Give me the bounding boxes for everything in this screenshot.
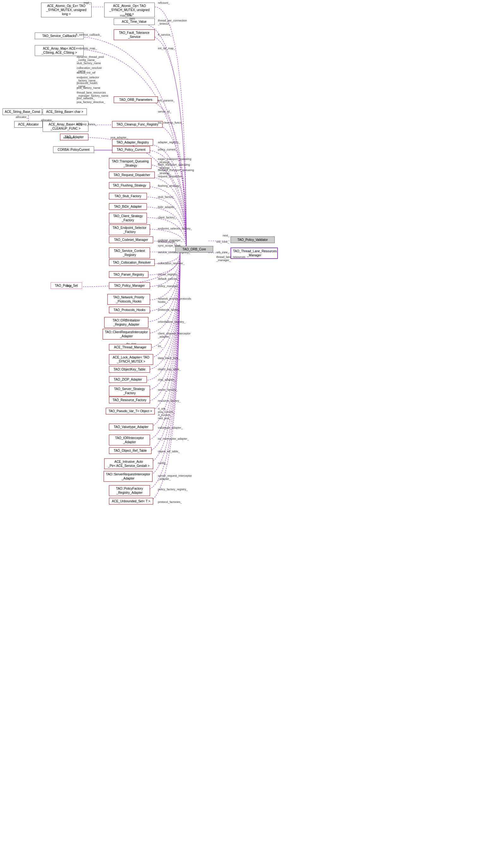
label-thread-lane-resources-manager: thread_lane_resources _manager_ [216, 255, 245, 262]
node-tao-flushing-strategy: TAO_Flushing_Strategy [109, 182, 150, 189]
label-poa-factory-directive: poa_factory_directive_ [77, 101, 105, 104]
label-impl-policy-set: impl_ [66, 285, 73, 288]
node-tao-pseudo-var: TAO_Pseudo_Var_T< Object > [106, 408, 155, 414]
node-ace-string-base-const: ACE_String_Base_Const [2, 109, 42, 115]
label-tm: tm_ [158, 345, 163, 348]
diagram-container: ACE_Atomic_Op_Ex< TAO _SYNCH_MUTEX, unsi… [0, 0, 504, 863]
node-tao-transport-queueing-strategy: TAO::Transport_Queueing _Strategy [109, 158, 152, 169]
label-orb-core-thread: orb_core_ [216, 251, 229, 254]
label-network-priority: network_priority_protocols hooks_ [158, 297, 191, 303]
label-allocator1: allocator_ [16, 115, 28, 118]
label-bidir-adapter: bidir_adapter_ [158, 205, 176, 209]
label-default-init-ref: default_init_ref [77, 71, 95, 74]
label-endpoints-map: endpoints_map_ [76, 47, 97, 50]
node-tao-object-ref-table: TAO_Object_Ref_Table [109, 447, 152, 454]
node-tao-collocation-resolver: TAO_Collocation_Resolver [109, 259, 155, 266]
label-timeout-hook: timeout_hook_ [158, 240, 177, 243]
label-next: next_ [223, 234, 230, 237]
label-orb-params: orb_params_ [158, 99, 175, 102]
node-tao-ziop-adapter: TAO_ZIOP_Adapter [109, 376, 147, 383]
label-pos-adapter: poa_adapter_ [111, 136, 128, 139]
node-tao-codeset-manager: TAO_Codeset_Manager [109, 236, 153, 243]
label-thread-per-connection: thread_per_connection _timeout_ [158, 19, 187, 25]
label-pref-network: pref_network_ [77, 97, 95, 100]
label-endpoint-selector-factory: endpoint_selector_factory_ [158, 227, 192, 230]
node-tao-stub-factory: TAO_Stub_Factory [109, 193, 147, 199]
node-tao-request-dispatcher: TAO_Request_Dispatcher [109, 172, 155, 178]
node-tao-policy-current: TAO_Policy_Current [112, 146, 150, 153]
label-policy-current: policy_current_ [158, 148, 177, 151]
node-tao-cleanup-func-registry: TAO_Cleanup_Func_Registry [112, 121, 163, 128]
label-stub-factory: stub_factory_ [158, 195, 175, 199]
label-orb-core-validator: orb_core_ [216, 240, 229, 243]
label-object-key-table: object_key_table_ [158, 368, 181, 371]
label-flushing-strategy: flushing_strategy_ [158, 184, 181, 187]
label-ft-service-callback: ft_service_callback_ [76, 33, 101, 36]
node-tao-bidir-adapter: TAO_BiDir_Adapter [109, 203, 147, 210]
label-poa-current: poa_current_ [158, 410, 175, 413]
node-tao-client-strategy-factory: TAO_Client_Strategy _Factory [109, 213, 147, 224]
label-stub-factory-name: stub_factory_name [77, 62, 101, 65]
label-dynamic-thread-pool: dynamic_thread_pool _config_name_ [77, 55, 104, 62]
label-zero: zero [129, 17, 135, 20]
node-tao-objectkey-table: TAO::ObjectKey_Table [109, 366, 150, 373]
node-tao-resource-factory: TAO_Resource_Factory [109, 397, 150, 403]
label-allocator2: allocator_ [41, 118, 53, 122]
label-default-policies: default_policies_ [158, 277, 179, 280]
label-object-ref-table: object_ref_table_ [158, 450, 180, 453]
label-impl: impl_ [84, 1, 91, 4]
node-tao-server-request-interceptor-adapter: TAO::ServerRequestInterceptor _Adapter [104, 471, 153, 482]
label-tss-cleanup-funcs: tss_cleanup_funcs_ [158, 121, 183, 124]
label-ft-service: ft_service_ [158, 33, 172, 36]
node-corba-policy-current: CORBA::PolicyCurrent [53, 146, 94, 153]
label-thread-lane-manager-factory: thread_lane_resources _manager_factory_n… [77, 91, 108, 97]
node-tao-policy-validator: TAO_Policy_Validator [231, 236, 275, 243]
node-tao-endpoint-selector-factory: TAO_Endpoint_Selector _Factory [109, 224, 150, 235]
node-tao-valuetype-adapter: TAO_Valuetype_Adapter [109, 424, 153, 430]
label-data-block-lock: data_block_lock_ [158, 357, 180, 360]
label-request-dispatcher: request_dispatcher_ [158, 175, 184, 178]
node-tao-policy-manager: TAO_Policy_Manager [109, 282, 150, 289]
node-tao-ior-interceptor-adapter: TAO_IORInterceptor _Adapter [109, 435, 150, 446]
node-ace-string-base-char: ACE_String_Base< char > [43, 109, 87, 115]
node-tao-fault-tolerance-service: TAO_Fault_Tolerance _Service [114, 29, 155, 40]
label-collocation-resolver: collocation_resolver_ [158, 262, 185, 265]
node-tao-client-request-interceptor-adapter: TAO::ClientRequestInterceptor _Adapter [103, 329, 150, 339]
label-server-factory: server_factory_ [158, 388, 178, 391]
label-policy-factory-registry: policy_factory_registry_ [158, 488, 188, 491]
label-resource-factory: resource_factory_ [158, 399, 181, 402]
label-delayed-transport: delayed_transport_queueing _strategy_ [158, 168, 194, 175]
node-tao-network-priority: TAO_Network_Priority _Protocols_Hooks [107, 294, 150, 305]
node-ace-intrusive-auto-ptr: ACE_Intrusive_Auto _Ptr< ACE_Service_Ges… [104, 458, 153, 469]
label-root-poa: root_poa_ [158, 417, 171, 420]
node-tao-orb-parameters: TAO_ORB_Parameters [114, 97, 158, 103]
label-adapters: adapters_ [63, 136, 76, 139]
label-cleanup-funcs: cleanup_funcs_ [77, 123, 96, 126]
label-server-id: server_id_ [158, 110, 171, 113]
node-tao-protocols-hooks: TAO_Protocols_Hooks [109, 307, 150, 313]
node-ace-thread-manager: ACE_Thread_Manager [109, 344, 152, 351]
label-client-request-interceptor: client_request_interceptor _adapter_ [158, 332, 191, 338]
label-poa-factory-name: poa_factory_name [77, 86, 100, 89]
node-ace-unbounded-set: ACE_Unbounded_Set< T > [109, 498, 153, 504]
label-ior-interceptor-adapter: ior_interceptor_adapter_ [158, 437, 189, 440]
label-policy-manager: policy_manager_ [158, 285, 180, 288]
label-orbinitializer-registry: orbinitializer_registry_ [158, 320, 186, 323]
label-refcount: refcount_ [158, 1, 170, 4]
node-tao-orbinitializer-registry: TAO::ORBInitializer _Registry_Adapter [104, 317, 148, 328]
node-ace-lock-adapter-synch: ACE_Lock_Adapter< TAO _SYNCH_MUTEX > [109, 354, 153, 365]
label-valuetype-adapter: valuetype_adapter_ [158, 426, 183, 429]
label-protocols-hooks: protocols_hooks_ [158, 308, 180, 311]
node-tao-adapter-registry: TAO_Adapter_Registry [112, 139, 153, 146]
label-rt-orb: rt_orb_ [158, 407, 167, 410]
node-tao-parser-registry: TAO_Parser_Registry [109, 271, 148, 278]
node-tao-server-strategy-factory: TAO_Server_Strategy _Factory [109, 386, 150, 397]
label-ziop-adapter: ziop_adapter_ [158, 378, 176, 381]
label-parser-registry: parser_registry_ [158, 273, 178, 276]
label-protocol-factories: protocol_factories_ [158, 500, 182, 503]
label-max-time: max_time [120, 14, 132, 17]
node-tao-policy-factory-registry-adapter: TAO::PolicyFactory _Registry_Adapter [109, 485, 150, 496]
node-ace-allocator: ACE_Allocator [14, 121, 43, 128]
label-adapter-registry: adapter_registry_ [158, 141, 180, 144]
node-ace-atomic-op-ex: ACE_Atomic_Op_Ex< TAO _SYNCH_MUTEX, unsi… [41, 2, 92, 17]
